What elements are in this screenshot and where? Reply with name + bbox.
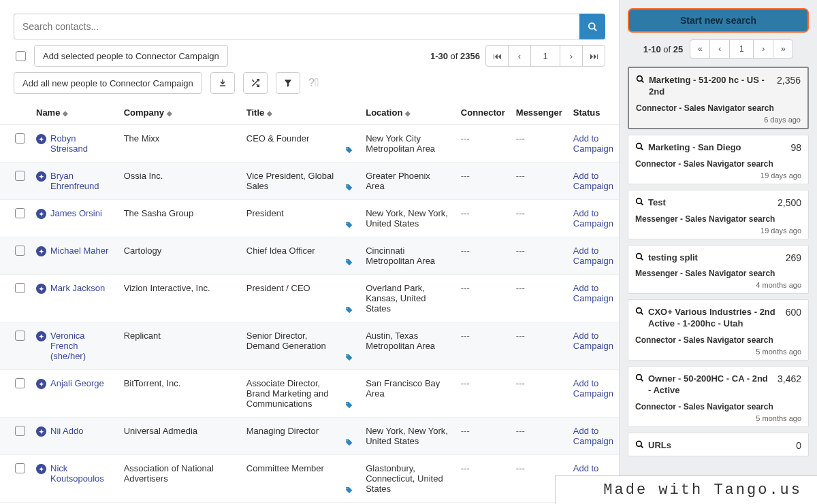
tag-icon[interactable] [345,146,353,155]
row-checkbox[interactable] [15,208,25,218]
saved-search-item[interactable]: Marketing - 51-200 hc - US - 2nd 2,356 C… [628,67,809,129]
col-company[interactable]: Company◆ [118,101,241,125]
tag-icon[interactable] [345,486,353,495]
saved-search-item[interactable]: Marketing - San Diego 98 Connector - Sal… [628,135,809,184]
add-to-campaign-link[interactable]: Add to Campaign [573,246,613,266]
contact-name-link[interactable]: Bryan Ehrenfreund [50,171,113,191]
shuffle-button[interactable] [243,72,268,94]
saved-search-item[interactable]: CXO+ Various Industries - 2nd Active - 1… [628,299,809,360]
row-checkbox[interactable] [15,246,25,256]
contact-name-link[interactable]: Nick Koutsopoulos [50,463,113,484]
messenger-cell: --- [516,426,525,436]
add-to-campaign-link[interactable]: Add to Campaign [573,133,613,154]
linkedin-icon[interactable]: ✦ [36,171,46,182]
saved-search-time: 19 days ago [635,171,801,180]
tag-icon[interactable] [345,221,353,230]
search-icon [588,22,598,32]
help-icon[interactable]: ?⃝ [308,76,319,90]
add-to-campaign-link[interactable]: Add to Campaign [573,378,613,399]
row-checkbox[interactable] [15,331,25,341]
col-location[interactable]: Location◆ [360,101,455,125]
linkedin-icon[interactable]: ✦ [36,134,46,144]
svg-point-12 [637,198,642,203]
col-title[interactable]: Title◆ [241,101,360,125]
pager-last-button[interactable]: ⏭ [582,45,605,67]
filter-button[interactable] [276,72,300,94]
pager-prev-button[interactable]: ‹ [508,45,531,67]
add-to-campaign-link[interactable]: Add to [573,463,599,473]
pager-page-input[interactable]: 1 [530,45,560,67]
side-pager-next-button[interactable]: › [753,39,773,58]
contact-name-link[interactable]: Mark Jackson [50,283,105,294]
contact-name-link[interactable]: Nii Addo [50,426,83,437]
linkedin-icon[interactable]: ✦ [36,379,46,389]
row-checkbox[interactable] [15,133,25,144]
search-input[interactable] [14,14,579,39]
saved-search-title: URLs [648,440,789,452]
row-checkbox[interactable] [15,283,25,293]
contact-name-link[interactable]: James Orsini [50,208,102,219]
add-to-campaign-link[interactable]: Add to Campaign [573,283,613,303]
filter-icon [283,78,293,88]
svg-point-20 [637,441,642,447]
add-selected-button[interactable]: Add selected people to Connector Campaig… [34,45,228,67]
saved-search-title: Owner - 50-200HC - CA - 2nd - Active [648,373,771,397]
tag-icon[interactable] [345,306,353,315]
contact-name-link[interactable]: Veronica French (she/her) [50,331,113,361]
side-pager-last-button[interactable]: » [773,39,793,58]
side-panel: Start new search 1-10 of 25 « ‹ 1 › » Ma… [620,0,817,504]
side-pager-first-button[interactable]: « [690,39,710,58]
saved-search-item[interactable]: Test 2,500 Messenger - Sales Navigator s… [628,190,809,239]
row-checkbox[interactable] [15,463,25,473]
linkedin-icon[interactable]: ✦ [36,426,46,437]
watermark: Made with Tango.us [555,475,817,504]
linkedin-icon[interactable]: ✦ [36,209,46,219]
add-to-campaign-link[interactable]: Add to Campaign [573,208,613,229]
main-panel: Add selected people to Connector Campaig… [0,0,620,504]
row-checkbox[interactable] [15,378,25,388]
side-pager-page-input[interactable]: 1 [729,39,754,58]
tag-icon[interactable] [345,439,353,448]
contacts-table: Name◆ Company◆ Title◆ Location◆ Connecto… [0,101,619,503]
sort-icon: ◆ [267,110,272,117]
contact-name-link[interactable]: Anjali George [50,378,104,389]
side-pager-prev-button[interactable]: ‹ [709,39,730,58]
col-status: Status [568,101,619,125]
tag-icon[interactable] [345,354,353,363]
row-checkbox[interactable] [15,426,25,436]
svg-marker-7 [285,80,292,87]
add-to-campaign-link[interactable]: Add to Campaign [573,331,613,351]
add-all-new-button[interactable]: Add all new people to Connector Campaign [14,72,202,94]
company-cell: The Mixx [124,133,160,144]
title-cell: Managing Director [246,426,319,436]
tag-icon[interactable] [345,401,353,410]
company-cell: Replicant [124,331,161,341]
start-new-search-button[interactable]: Start new search [628,8,809,33]
col-name[interactable]: Name◆ [31,101,118,125]
pager-first-button[interactable]: ⏮ [485,45,509,67]
row-checkbox[interactable] [15,171,25,181]
saved-search-source: Connector - Sales Navigator search [636,103,801,113]
company-cell: BitTorrent, Inc. [124,378,181,388]
linkedin-icon[interactable]: ✦ [36,464,46,474]
svg-point-18 [637,375,642,380]
contact-name-link[interactable]: Michael Maher [50,246,108,256]
tag-icon[interactable] [345,184,353,192]
add-to-campaign-link[interactable]: Add to Campaign [573,171,613,191]
pager-next-button[interactable]: › [560,45,583,67]
contact-name-link[interactable]: Robyn Streisand [50,133,113,154]
export-button[interactable] [210,72,235,94]
select-all-checkbox[interactable] [16,51,26,61]
linkedin-icon[interactable]: ✦ [36,246,46,256]
linkedin-icon[interactable]: ✦ [36,284,46,294]
table-row: ✦ Veronica French (she/her) Replicant Se… [0,322,619,370]
saved-search-item[interactable]: URLs 0 [628,433,809,456]
saved-search-item[interactable]: testing split 269 Messenger - Sales Navi… [628,245,809,295]
saved-search-item[interactable]: Owner - 50-200HC - CA - 2nd - Active 3,4… [628,366,809,427]
add-to-campaign-link[interactable]: Add to Campaign [573,426,613,446]
linkedin-icon[interactable]: ✦ [36,331,46,341]
sort-icon: ◆ [405,110,411,117]
search-button[interactable] [579,14,605,39]
tag-icon[interactable] [345,258,353,267]
svg-point-16 [637,308,642,314]
